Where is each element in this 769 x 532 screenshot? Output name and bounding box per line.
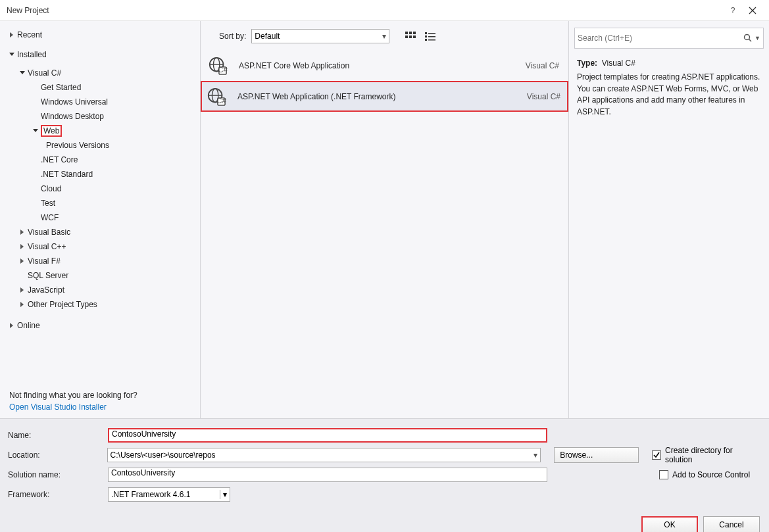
svg-rect-5 (413, 36, 416, 38)
not-finding-text: Not finding what you are looking for? (9, 391, 192, 400)
view-small-icons-button[interactable] (422, 29, 438, 43)
template-name: ASP.NET Web Application (.NET Framework) (237, 92, 527, 101)
tree-footer: Not finding what you are looking for? Op… (5, 391, 196, 412)
framework-dropdown[interactable]: .NET Framework 4.6.1 ▾ (108, 487, 230, 502)
chevron-down-icon[interactable]: ▼ (755, 35, 760, 41)
help-button[interactable]: ? (723, 1, 743, 20)
svg-rect-0 (405, 32, 408, 34)
template-description: Type: Visual C# Project templates for cr… (569, 54, 769, 122)
chevron-down-icon (8, 52, 16, 57)
close-icon (749, 7, 757, 14)
tree-net-core[interactable]: .NET Core (5, 153, 196, 167)
toolbar: Sort by: Default ▾ (201, 21, 568, 50)
chevron-down-icon: ▾ (382, 32, 386, 41)
tree-online[interactable]: Online (5, 318, 196, 333)
close-button[interactable] (743, 1, 762, 20)
ok-button[interactable]: OK (641, 516, 698, 532)
tree-visual-csharp[interactable]: Visual C# (5, 66, 196, 80)
svg-rect-9 (428, 36, 435, 37)
globe-icon: C# (207, 55, 228, 76)
tree-cloud[interactable]: Cloud (5, 181, 196, 196)
cancel-button[interactable]: Cancel (703, 516, 760, 532)
window-title: New Project (7, 6, 49, 15)
solution-name-input[interactable]: ContosoUniversity (108, 468, 547, 482)
svg-text:C#: C# (216, 97, 226, 105)
location-input[interactable]: C:\Users\<user>\source\repos ▾ (107, 448, 541, 462)
chevron-right-icon (8, 323, 16, 328)
sort-by-label: Sort by: (219, 32, 246, 41)
globe-icon: C# (206, 86, 227, 107)
category-tree-pane: Recent Installed Visual C# Get Started W… (0, 21, 201, 418)
svg-rect-2 (413, 32, 416, 34)
chevron-right-icon (18, 244, 26, 249)
tree-recent[interactable]: Recent (5, 28, 196, 42)
search-icon[interactable] (742, 34, 754, 43)
tree-net-standard[interactable]: .NET Standard (5, 167, 196, 181)
template-name: ASP.NET Core Web Application (239, 61, 526, 70)
chevron-right-icon (18, 302, 26, 307)
view-medium-icons-button[interactable] (403, 29, 418, 43)
chevron-right-icon (18, 230, 26, 235)
sort-value: Default (255, 32, 280, 41)
add-source-control-checkbox[interactable]: Add to Source Control (659, 470, 750, 479)
name-label: Name: (8, 431, 108, 440)
type-label: Type: (577, 59, 597, 68)
tree-javascript[interactable]: JavaScript (5, 283, 196, 297)
svg-rect-3 (405, 36, 408, 38)
chevron-right-icon (18, 258, 26, 264)
tree-installed[interactable]: Installed (5, 47, 196, 62)
description-text: Project templates for creating ASP.NET a… (577, 72, 760, 116)
tree-visual-cpp[interactable]: Visual C++ (5, 239, 196, 254)
template-aspnet-core[interactable]: C# ASP.NET Core Web Application Visual C… (202, 50, 567, 81)
tree-windows-universal[interactable]: Windows Universal (5, 95, 196, 109)
tree-other-project-types[interactable]: Other Project Types (5, 297, 196, 312)
search-input[interactable] (578, 34, 742, 43)
titlebar: New Project ? (0, 0, 769, 21)
add-source-control-label: Add to Source Control (672, 470, 750, 479)
checkbox-checked-icon (652, 450, 661, 460)
search-box[interactable]: ▼ (574, 28, 764, 49)
grid-icon (405, 32, 416, 41)
tree-get-started[interactable]: Get Started (5, 80, 196, 95)
browse-button[interactable]: Browse... (554, 447, 639, 463)
svg-rect-10 (425, 39, 427, 41)
chevron-down-icon (18, 70, 26, 76)
tree-web[interactable]: Web (5, 124, 196, 138)
svg-rect-8 (425, 36, 427, 37)
svg-rect-11 (428, 39, 435, 41)
svg-rect-6 (425, 32, 427, 34)
svg-point-22 (745, 35, 750, 40)
svg-text:C#: C# (218, 66, 228, 74)
template-aspnet-framework[interactable]: C# ASP.NET Web Application (.NET Framewo… (201, 81, 568, 112)
tree-windows-desktop[interactable]: Windows Desktop (5, 109, 196, 124)
create-directory-checkbox[interactable]: Create directory for solution (652, 446, 761, 464)
checkbox-unchecked-icon (659, 470, 668, 479)
create-directory-label: Create directory for solution (665, 446, 761, 464)
bottom-form: Name: ContosoUniversity Location: C:\Use… (0, 419, 769, 532)
svg-line-23 (749, 39, 752, 42)
tree-visual-basic[interactable]: Visual Basic (5, 225, 196, 239)
tree-wcf[interactable]: WCF (5, 210, 196, 225)
tree-visual-fsharp[interactable]: Visual F# (5, 254, 196, 268)
tree-test[interactable]: Test (5, 196, 196, 210)
template-list-pane: Sort by: Default ▾ C# ASP.NET Core Web A… (201, 21, 568, 418)
chevron-down-icon[interactable]: ▾ (533, 450, 537, 460)
svg-rect-4 (409, 36, 412, 38)
tree-sql-server[interactable]: SQL Server (5, 268, 196, 283)
svg-rect-7 (428, 33, 435, 34)
framework-label: Framework: (8, 490, 108, 499)
template-lang: Visual C# (526, 61, 559, 70)
sort-dropdown[interactable]: Default ▾ (251, 29, 389, 43)
chevron-right-icon (18, 287, 26, 293)
location-label: Location: (8, 450, 107, 460)
main-area: Recent Installed Visual C# Get Started W… (0, 21, 769, 419)
category-tree[interactable]: Recent Installed Visual C# Get Started W… (5, 28, 196, 381)
open-installer-link[interactable]: Open Visual Studio Installer (9, 402, 192, 412)
chevron-down-icon[interactable]: ▾ (220, 490, 227, 499)
tree-previous-versions[interactable]: Previous Versions (5, 138, 196, 153)
svg-rect-1 (409, 32, 412, 34)
name-input[interactable]: ContosoUniversity (108, 428, 547, 443)
template-lang: Visual C# (527, 92, 560, 101)
chevron-down-icon (32, 128, 39, 133)
type-value: Visual C# (602, 59, 635, 68)
